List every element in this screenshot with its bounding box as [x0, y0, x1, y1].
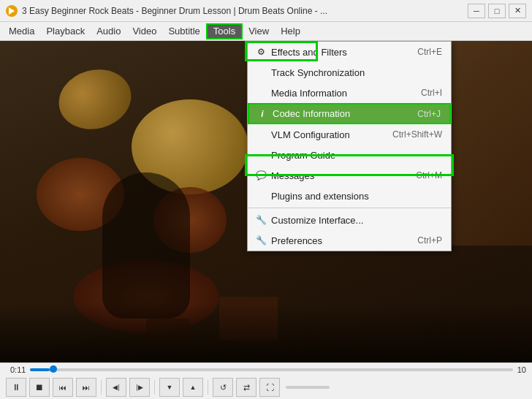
- app-icon: [6, 5, 18, 17]
- menu-item-media-info[interactable]: Media Information Ctrl+I: [248, 83, 451, 103]
- menu-item-customize[interactable]: 🔧 Customize Interface...: [248, 210, 451, 230]
- loop-button[interactable]: ↺: [213, 378, 233, 397]
- menu-item-effects[interactable]: ⚙ Effects and Filters Ctrl+E: [248, 42, 451, 62]
- messages-icon: 💬: [255, 170, 267, 181]
- frame-fwd-button[interactable]: |▶: [129, 378, 150, 397]
- menu-item-codec-info[interactable]: i Codec Information Ctrl+J: [248, 103, 451, 124]
- controls-separator-1: [101, 380, 102, 395]
- menu-item-track-sync[interactable]: Track Synchronization: [248, 62, 451, 83]
- menu-playback[interactable]: Playback: [40, 23, 91, 39]
- window-title: 3 Easy Beginner Rock Beats - Beginner Dr…: [22, 6, 468, 16]
- vlm-icon: [255, 129, 267, 140]
- program-guide-icon: [255, 149, 267, 161]
- frame-back-button[interactable]: ◀|: [106, 378, 126, 397]
- fullscreen-button[interactable]: ⛶: [259, 378, 280, 397]
- menu-item-vlm-config[interactable]: VLM Configuration Ctrl+Shift+W: [248, 124, 451, 145]
- menu-item-messages[interactable]: 💬 Messages Ctrl+M: [248, 165, 451, 186]
- menu-video[interactable]: Video: [126, 23, 162, 39]
- video-area: ⚙ Effects and Filters Ctrl+E Track Synch…: [0, 41, 532, 362]
- menu-bar: Media Playback Audio Video Subtitle Tool…: [0, 22, 532, 41]
- vignette-bottom: [0, 304, 532, 362]
- track-sync-icon: [255, 66, 267, 78]
- close-button[interactable]: ✕: [509, 4, 526, 18]
- menu-help[interactable]: Help: [275, 23, 306, 39]
- menu-view[interactable]: View: [243, 23, 275, 39]
- drum-cymbal-left: [52, 61, 137, 137]
- prev-button[interactable]: ⏮: [53, 378, 73, 397]
- plugins-icon: [255, 190, 267, 202]
- title-bar: 3 Easy Beginner Rock Beats - Beginner Dr…: [0, 0, 532, 22]
- menu-media[interactable]: Media: [3, 23, 40, 39]
- progress-track[interactable]: [30, 368, 512, 371]
- menu-tools[interactable]: Tools: [206, 23, 243, 39]
- random-button[interactable]: ⇄: [236, 378, 256, 397]
- effects-icon: ⚙: [255, 46, 267, 58]
- slower-button[interactable]: ▼: [159, 378, 180, 397]
- progress-fill: [30, 368, 49, 371]
- customize-icon: 🔧: [255, 214, 267, 226]
- maximize-button[interactable]: □: [488, 4, 506, 18]
- menu-audio[interactable]: Audio: [91, 23, 126, 39]
- svg-marker-0: [9, 7, 15, 15]
- player-bar: 0:11 10 ⏸ ⏹ ⏮ ⏭ ◀| |▶ ▼ ▲ ↺ ⇄ ⛶: [0, 362, 532, 399]
- minimize-button[interactable]: ─: [468, 4, 485, 18]
- menu-item-plugins[interactable]: Plugins and extensions: [248, 186, 451, 206]
- tools-dropdown-menu[interactable]: ⚙ Effects and Filters Ctrl+E Track Synch…: [247, 41, 452, 251]
- progress-thumb: [50, 365, 57, 373]
- faster-button[interactable]: ▲: [183, 378, 203, 397]
- menu-item-program-guide[interactable]: Program Guide: [248, 145, 451, 165]
- menu-subtitle[interactable]: Subtitle: [162, 23, 205, 39]
- preferences-icon: 🔧: [255, 235, 267, 246]
- menu-separator: [248, 208, 451, 208]
- progress-bar-area: 0:11 10: [0, 363, 532, 376]
- menu-item-preferences[interactable]: 🔧 Preferences Ctrl+P: [248, 230, 451, 251]
- time-current: 0:11: [6, 365, 26, 374]
- codec-info-icon: i: [256, 108, 268, 120]
- drummer-silhouette: [102, 172, 190, 319]
- next-button[interactable]: ⏭: [76, 378, 96, 397]
- time-total: 10: [513, 365, 526, 374]
- media-info-icon: [255, 87, 267, 99]
- controls-separator-2: [154, 380, 155, 395]
- stop-button[interactable]: ⏹: [29, 378, 50, 397]
- window-controls: ─ □ ✕: [468, 4, 526, 18]
- controls-area: ⏸ ⏹ ⏮ ⏭ ◀| |▶ ▼ ▲ ↺ ⇄ ⛶: [0, 376, 532, 399]
- controls-separator-3: [208, 380, 208, 395]
- volume-slider[interactable]: [286, 386, 330, 389]
- play-pause-button[interactable]: ⏸: [6, 378, 26, 397]
